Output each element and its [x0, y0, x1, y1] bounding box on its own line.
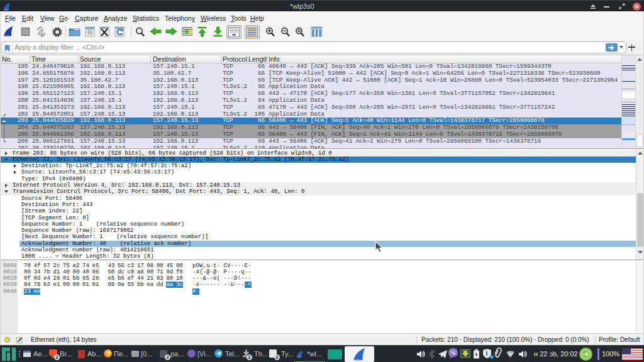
svg-text:i: i — [486, 350, 488, 357]
